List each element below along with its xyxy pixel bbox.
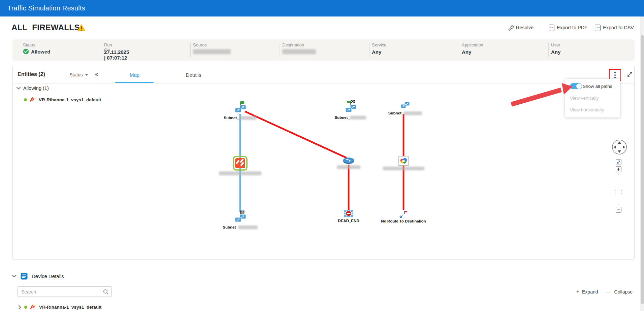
device-details-icon xyxy=(21,273,28,280)
page-scrollbar-thumb[interactable] xyxy=(641,35,644,304)
titlebar: Traffic Simulation Results xyxy=(0,0,644,16)
kebab-menu-icon[interactable] xyxy=(614,72,616,78)
show-all-paths-label: Show all paths xyxy=(583,84,612,89)
allowed-check-icon xyxy=(23,48,29,55)
service-value: Any xyxy=(372,49,381,55)
plus-icon: + xyxy=(576,289,579,295)
expand-all-button[interactable]: + Expand xyxy=(576,289,598,295)
expand-label: Expand xyxy=(582,289,598,295)
entity-device-name: VR-Rihanna-1_vsys1_default xyxy=(39,97,101,102)
map-node-subnet-source[interactable]: Subnet_ xyxy=(222,101,259,120)
no-route-label: No Route To Destination xyxy=(381,219,426,223)
subnet-label-prefix: Subnet_ xyxy=(224,116,239,120)
paloalto-icon xyxy=(30,305,36,310)
map-node-no-route[interactable]: No Route To Destination xyxy=(383,210,424,223)
map-node-dead-end[interactable]: DEAD_END xyxy=(332,209,365,223)
resolve-button[interactable]: Resolve xyxy=(508,25,534,31)
entities-filter-label: Status xyxy=(69,72,83,77)
zoom-slider-handle[interactable] xyxy=(615,190,622,194)
search-icon xyxy=(103,289,109,295)
warning-icon xyxy=(77,24,86,32)
zoom-in-button[interactable] xyxy=(616,166,621,172)
device-details-title: Device Details xyxy=(32,273,64,279)
fullscreen-icon[interactable] xyxy=(626,71,633,78)
dead-end-icon xyxy=(344,209,354,218)
no-route-icon xyxy=(399,210,408,218)
page-title: ALL_FIREWALLS xyxy=(11,23,80,32)
export-pdf-label: Export to PDF xyxy=(557,25,587,30)
entities-title: Entities (2) xyxy=(18,71,45,77)
map-edges xyxy=(105,66,635,260)
pdf-icon: PDF xyxy=(549,25,554,31)
paloalto-icon xyxy=(30,97,36,102)
traffic-simulation-results-page: Traffic Simulation Results ALL_FIREWALLS… xyxy=(0,0,644,311)
device-details-row[interactable]: VR-Rihanna-1_vsys1_default xyxy=(18,305,101,310)
map-node-router[interactable] xyxy=(335,157,362,169)
run-on-value: 27.11.2025 | 07:07:12 xyxy=(104,49,129,61)
device-search xyxy=(18,286,112,297)
map-node-subnet-right[interactable]: Subnet_ xyxy=(387,102,424,115)
menu-item-view-horizontally[interactable]: View horizontally xyxy=(570,107,604,112)
user-value: Any xyxy=(551,49,560,55)
entities-status-filter[interactable]: Status xyxy=(69,72,88,77)
zoom-slider-track[interactable] xyxy=(618,174,619,205)
header-actions: Resolve PDF Export to PDF CSV Export to … xyxy=(508,24,634,32)
collapse-all-button[interactable]: — Collapse xyxy=(606,289,633,295)
search-input[interactable] xyxy=(21,287,102,297)
map-panel: Map Details xyxy=(105,66,635,260)
subnet-label-prefix: Subnet_ xyxy=(334,115,350,119)
service-label: Service xyxy=(372,42,386,47)
show-all-paths-toggle[interactable] xyxy=(570,83,582,89)
collapse-panel-icon[interactable]: « xyxy=(95,70,98,78)
fit-to-screen-button[interactable] xyxy=(616,159,621,165)
page-scrollbar-track[interactable] xyxy=(640,16,644,311)
device-details-header[interactable]: Device Details xyxy=(12,273,64,280)
app-title: Traffic Simulation Results xyxy=(7,4,85,12)
tab-map[interactable]: Map xyxy=(112,66,157,83)
subnet-icon xyxy=(399,102,411,110)
device-name: VR-Rihanna-1_vsys1_default xyxy=(39,305,101,310)
map-node-firewall[interactable] xyxy=(218,156,262,175)
entities-panel: Entities (2) Status « Allowing (1) VR-Ri… xyxy=(13,66,105,260)
show-all-paths-row[interactable]: Show all paths xyxy=(569,83,612,89)
application-value: Any xyxy=(462,49,471,55)
map-node-subnet-bottom[interactable]: Subnet_ xyxy=(222,210,259,229)
minus-icon: — xyxy=(606,289,612,295)
caret-down-icon xyxy=(85,74,88,76)
chevron-down-icon xyxy=(17,87,21,90)
allowing-group-row[interactable]: Allowing (1) xyxy=(17,85,49,91)
status-value: Allowed xyxy=(31,49,51,55)
entity-device-row[interactable]: VR-Rihanna-1_vsys1_default xyxy=(24,97,101,102)
map-options-menu: Show all paths View vertically View hori… xyxy=(565,79,620,117)
dead-end-label: DEAD_END xyxy=(338,219,359,223)
map-node-subnet-mid[interactable]: Subnet_ xyxy=(332,100,369,119)
export-csv-button[interactable]: CSV Export to CSV xyxy=(595,25,634,31)
export-pdf-button[interactable]: PDF Export to PDF xyxy=(549,25,587,31)
status-dot-green xyxy=(24,98,27,101)
export-csv-label: Export to CSV xyxy=(603,25,634,30)
firewall-paloalto-icon xyxy=(233,156,248,171)
actions-divider xyxy=(541,24,541,32)
allowing-group-label: Allowing (1) xyxy=(23,85,49,91)
map-node-cloud-gcp[interactable] xyxy=(382,156,425,170)
simulation-summary-bar: Status Allowed Run On 27.11.2025 | 07:07… xyxy=(12,39,635,61)
pan-control[interactable] xyxy=(612,139,627,155)
csv-icon: CSV xyxy=(595,25,601,31)
application-label: Application xyxy=(462,42,483,47)
subnet-icon-checkered-flag xyxy=(232,210,248,224)
active-tab-underline xyxy=(115,82,154,83)
subnet-icon-two-flags xyxy=(342,100,359,115)
device-details-actions: + Expand — Collapse xyxy=(576,289,633,295)
tab-details[interactable]: Details xyxy=(171,66,216,83)
router-icon xyxy=(342,157,355,165)
status-label: Status xyxy=(23,42,35,47)
chevron-down-icon xyxy=(12,275,17,278)
source-value-redacted xyxy=(193,49,231,54)
subnet-icon-green-flag xyxy=(232,101,248,115)
destination-value-redacted xyxy=(282,49,316,54)
menu-item-view-vertically[interactable]: View vertically xyxy=(570,96,599,101)
zoom-out-button[interactable] xyxy=(616,207,621,213)
user-label: User xyxy=(551,42,560,47)
wrench-icon xyxy=(508,25,514,31)
resolve-label: Resolve xyxy=(516,25,534,30)
